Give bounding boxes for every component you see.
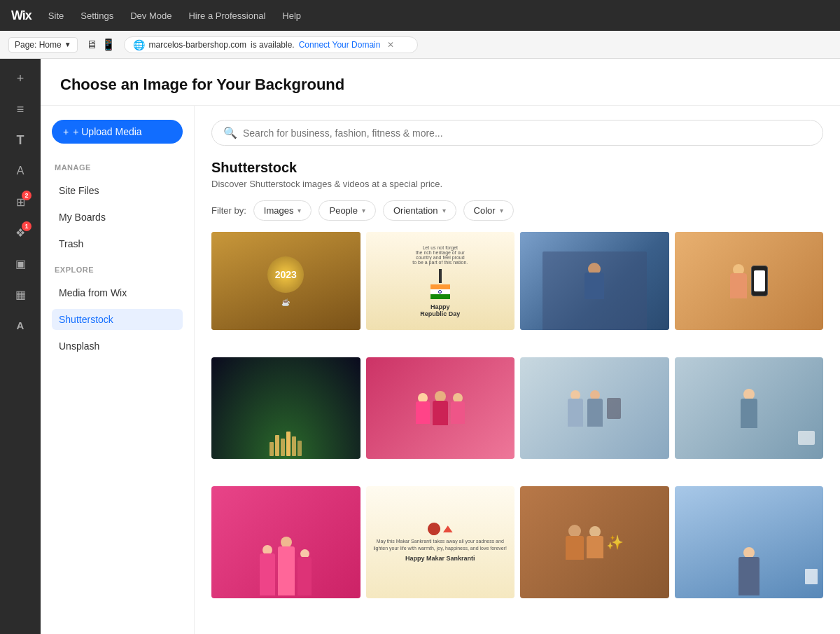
filter-label: Filter by: [211, 205, 246, 216]
modal: Choose an Image for Your Background + + … [41, 59, 840, 634]
image-item-2[interactable]: Let us not forgetthe rich heritage of ou… [366, 232, 515, 330]
image-item-6[interactable] [366, 357, 515, 459]
manage-label: MANAGE [52, 163, 183, 172]
main-layout: + ≡ T A ⊞ 2 ❖ 1 ▣ ▦ A [0, 59, 840, 634]
modal-right-panel: 🔍 Shutterstock Discover Shutterstock ima… [195, 106, 840, 634]
menu-help[interactable]: Help [282, 11, 301, 21]
image-item-5[interactable] [211, 357, 360, 459]
image-item-3[interactable] [520, 232, 669, 330]
modal-title: Choose an Image for Your Background [60, 76, 820, 94]
appmarket-icon: A [17, 319, 24, 331]
image-item-8[interactable] [211, 486, 360, 598]
image-item-4[interactable] [675, 232, 824, 330]
image-item-9[interactable]: May this Makar Sankranti takes away all … [366, 486, 515, 598]
modal-body: + + Upload Media MANAGE Site Files My Bo… [41, 106, 840, 634]
filter-color-label: Color [474, 205, 496, 216]
image-item-10[interactable]: ✨ [520, 486, 669, 598]
filter-people-label: People [329, 205, 357, 216]
modal-left-panel: + + Upload Media MANAGE Site Files My Bo… [41, 106, 195, 634]
nav-unsplash[interactable]: Unsplash [52, 336, 183, 357]
filter-orientation-label: Orientation [393, 205, 438, 216]
connect-domain-link[interactable]: Connect Your Domain [299, 40, 381, 50]
top-bar: Wix Site Settings Dev Mode Hire a Profes… [0, 0, 840, 31]
nav-shutterstock[interactable]: Shutterstock [52, 309, 183, 330]
search-input[interactable] [243, 128, 811, 139]
modal-overlay: Choose an Image for Your Background + + … [41, 59, 840, 634]
domain-name: marcelos-barbershop.com [149, 40, 246, 50]
nav-media-from-wix[interactable]: Media from Wix [52, 282, 183, 303]
shutterstock-desc: Discover Shutterstock images & videos at… [211, 179, 823, 189]
mobile-icon[interactable]: 📱 [102, 38, 115, 51]
nav-trash[interactable]: Trash [52, 233, 183, 254]
menu-settings[interactable]: Settings [80, 11, 113, 21]
wix-logo: Wix [11, 8, 31, 23]
image-item-1[interactable]: 2023 ☕ [211, 232, 360, 330]
add-icon: + [17, 71, 24, 86]
device-icons: 🖥 📱 [86, 38, 115, 51]
sidebar-text[interactable]: T [6, 126, 34, 154]
sidebar-add[interactable]: + [6, 64, 34, 92]
chevron-people-icon: ▾ [362, 207, 365, 214]
left-sidebar: + ≡ T A ⊞ 2 ❖ 1 ▣ ▦ A [0, 59, 41, 634]
chevron-images-icon: ▾ [298, 207, 301, 214]
menu-site[interactable]: Site [48, 11, 64, 21]
chevron-orientation-icon: ▾ [442, 207, 446, 214]
image-item-7b[interactable] [675, 357, 824, 459]
filter-color[interactable]: Color ▾ [463, 200, 514, 221]
sidebar-theme[interactable]: A [6, 157, 34, 185]
modal-header: Choose an Image for Your Background [41, 59, 840, 106]
plugins-badge: 1 [22, 221, 31, 231]
page-label: Page: Home [15, 40, 62, 50]
chevron-down-icon: ▼ [64, 41, 71, 48]
menu-hire[interactable]: Hire a Professional [188, 11, 265, 21]
nav-my-boards[interactable]: My Boards [52, 207, 183, 228]
sidebar-appmarket[interactable]: A [6, 311, 34, 339]
second-bar: Page: Home ▼ 🖥 📱 🌐 marcelos-barbershop.c… [0, 31, 840, 59]
image-item-11[interactable] [675, 486, 824, 598]
sidebar-menu[interactable]: ≡ [6, 95, 34, 123]
filter-orientation[interactable]: Orientation ▾ [383, 200, 456, 221]
sidebar-blog[interactable]: ▦ [6, 280, 34, 308]
upload-label: + Upload Media [73, 126, 141, 137]
image-item-7[interactable] [520, 357, 669, 459]
close-domain-icon[interactable]: ✕ [387, 40, 394, 50]
filter-row: Filter by: Images ▾ People ▾ Orientation… [211, 200, 823, 221]
filter-people[interactable]: People ▾ [318, 200, 375, 221]
sidebar-apps[interactable]: ⊞ 2 [6, 188, 34, 216]
apps-badge: 2 [22, 191, 31, 200]
image-grid: 2023 ☕ Let us not forgetthe rich heritag… [211, 232, 823, 620]
page-selector[interactable]: Page: Home ▼ [8, 37, 78, 53]
blog-icon: ▦ [15, 288, 26, 301]
text-icon: T [17, 133, 24, 148]
shutterstock-title: Shutterstock [211, 160, 823, 176]
explore-label: EXPLORE [52, 266, 183, 274]
search-icon: 🔍 [223, 126, 237, 139]
sidebar-media[interactable]: ▣ [6, 249, 34, 277]
globe-icon: 🌐 [133, 39, 145, 50]
menu-devmode[interactable]: Dev Mode [130, 11, 172, 21]
search-bar[interactable]: 🔍 [211, 120, 823, 146]
upload-icon: + [63, 126, 69, 137]
chevron-color-icon: ▾ [500, 207, 503, 214]
menu-icon: ≡ [17, 102, 24, 117]
nav-site-files[interactable]: Site Files [52, 180, 183, 201]
filter-images[interactable]: Images ▾ [253, 200, 312, 221]
sidebar-plugins[interactable]: ❖ 1 [6, 219, 34, 247]
desktop-icon[interactable]: 🖥 [86, 39, 97, 51]
upload-media-button[interactable]: + + Upload Media [52, 120, 183, 144]
filter-images-label: Images [264, 205, 294, 216]
domain-status: is available. [251, 40, 295, 50]
media-icon: ▣ [15, 257, 26, 270]
theme-icon: A [17, 165, 24, 177]
domain-bar: 🌐 marcelos-barbershop.com is available. … [124, 36, 418, 53]
